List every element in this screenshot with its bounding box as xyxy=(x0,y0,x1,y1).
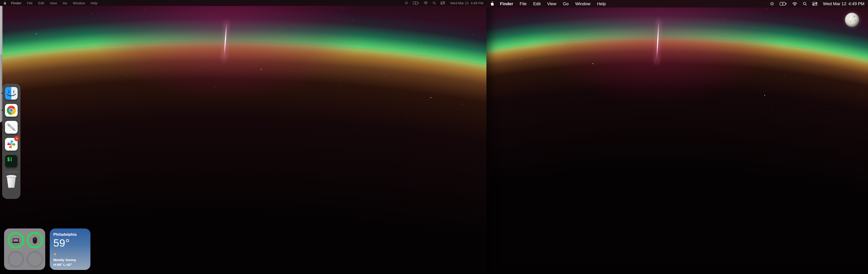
running-indicator xyxy=(2,161,3,162)
clock-date: Wed Mar 12 xyxy=(450,1,469,5)
running-indicator xyxy=(2,110,3,111)
battery-ring-mouse xyxy=(26,232,43,249)
menu-go[interactable]: Go xyxy=(563,1,568,6)
menu-bar-left-display: Finder File Edit View Go Window Help xyxy=(0,0,487,6)
clock-time: 4:49 PM xyxy=(471,1,483,5)
battery-charging-icon[interactable] xyxy=(780,2,786,5)
weather-temperature: 59° xyxy=(53,238,87,248)
running-indicator xyxy=(2,127,3,128)
dock-item-notes[interactable] xyxy=(5,121,18,134)
wifi-icon[interactable] xyxy=(792,2,797,6)
dock-divider xyxy=(5,172,18,172)
weather-city: Philadelphia xyxy=(53,232,87,237)
offscreen-window-edge[interactable] xyxy=(0,6,2,55)
weather-high-low: H:59° L:42° xyxy=(53,263,87,267)
apple-menu-icon[interactable] xyxy=(3,1,6,5)
pen-icon xyxy=(5,121,18,134)
finder-icon xyxy=(5,87,18,100)
batteries-widget[interactable] xyxy=(4,228,45,270)
battery-charging-icon[interactable] xyxy=(413,2,419,4)
battery-ring-empty xyxy=(7,251,24,268)
terminal-cursor xyxy=(11,157,11,161)
aurora-beam xyxy=(656,21,659,63)
aurora-beam xyxy=(223,23,227,60)
terminal-icon: $ xyxy=(5,155,18,168)
menu-help[interactable]: Help xyxy=(597,1,606,6)
dock-item-slack[interactable] xyxy=(5,138,18,150)
menu-edit[interactable]: Edit xyxy=(533,1,541,6)
menu-bar-clock[interactable]: Wed Mar 12 4:49 PM xyxy=(823,1,864,6)
dock-item-trash[interactable] xyxy=(6,175,17,189)
control-center-icon[interactable] xyxy=(440,1,445,4)
activity-spinner-icon[interactable] xyxy=(770,2,774,6)
laptop-icon xyxy=(13,239,19,242)
activity-spinner-icon[interactable] xyxy=(405,1,408,4)
dock-item-finder[interactable] xyxy=(5,87,18,100)
menu-bar-right-display: Finder File Edit View Go Window Help xyxy=(487,0,868,7)
trash-icon-body xyxy=(6,176,16,188)
weather-widget[interactable]: Philadelphia 59° ☀ Mostly Sunny H:59° L:… xyxy=(50,228,90,270)
battery-ring-empty xyxy=(26,251,43,268)
running-indicator xyxy=(2,143,3,145)
dock: $ xyxy=(2,84,20,199)
control-center-icon[interactable] xyxy=(812,2,817,6)
menu-app-name[interactable]: Finder xyxy=(500,1,513,6)
menu-go[interactable]: Go xyxy=(63,1,67,5)
weather-condition: Mostly Sunny xyxy=(53,258,87,262)
clock-date: Wed Mar 12 xyxy=(823,1,846,6)
offscreen-window-edge-lower[interactable] xyxy=(0,55,2,122)
running-indicator xyxy=(2,92,3,94)
trash-icon-rim xyxy=(6,175,17,178)
clock-time: 4:49 PM xyxy=(848,1,864,6)
dock-item-terminal[interactable]: $ xyxy=(5,155,18,168)
terminal-prompt-text: $ xyxy=(7,156,10,162)
menu-app-name[interactable]: Finder xyxy=(11,1,22,5)
moon-image xyxy=(845,13,859,27)
menu-window[interactable]: Window xyxy=(575,1,591,6)
wifi-icon[interactable] xyxy=(424,1,428,4)
battery-ring-laptop xyxy=(7,232,24,249)
menu-window[interactable]: Window xyxy=(73,1,85,5)
dock-item-chrome[interactable] xyxy=(5,104,18,117)
spotlight-search-icon[interactable] xyxy=(433,1,436,4)
apple-menu-icon[interactable] xyxy=(490,1,494,6)
slack-notification-badge xyxy=(14,136,19,141)
display-right: Finder File Edit View Go Window Help xyxy=(487,0,868,274)
mouse-icon xyxy=(33,237,37,244)
menu-file[interactable]: File xyxy=(27,1,33,5)
menu-edit[interactable]: Edit xyxy=(38,1,44,5)
notes-icon xyxy=(5,121,18,134)
spotlight-search-icon[interactable] xyxy=(803,2,807,6)
display-left: Finder File Edit View Go Window Help xyxy=(0,0,487,274)
menu-help[interactable]: Help xyxy=(91,1,98,5)
menu-file[interactable]: File xyxy=(520,1,527,6)
menu-bar-clock[interactable]: Wed Mar 12 4:49 PM xyxy=(450,1,483,5)
menu-view[interactable]: View xyxy=(547,1,556,6)
chrome-icon xyxy=(5,104,18,117)
sun-icon: ☀ xyxy=(53,252,87,256)
menu-view[interactable]: View xyxy=(50,1,57,5)
wallpaper-aurora xyxy=(487,0,868,274)
